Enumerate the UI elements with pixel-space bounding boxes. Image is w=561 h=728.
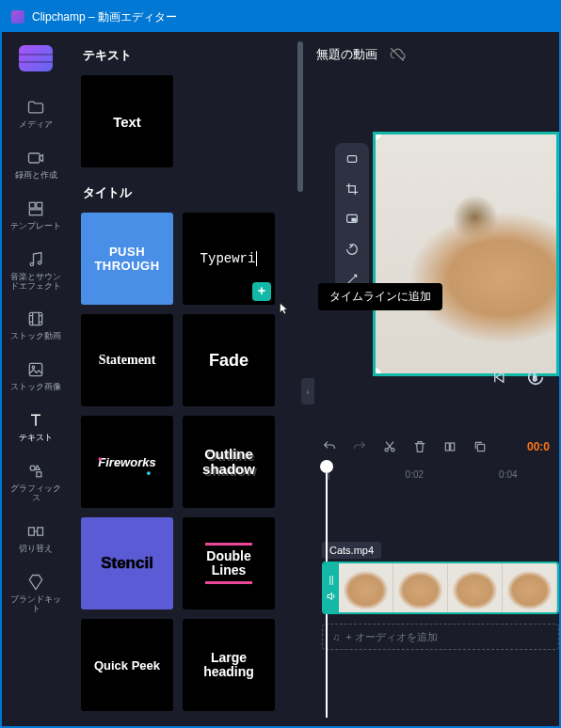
video-clip[interactable]: || <box>322 562 559 614</box>
tile-push-through[interactable]: PUSH THROUGH <box>81 213 173 305</box>
sidebar-item-brand[interactable]: ブランドキット <box>7 567 65 620</box>
svg-rect-12 <box>38 528 43 535</box>
sidebar-item-music[interactable]: 音楽とサウンドエフェクト <box>7 245 65 297</box>
playhead[interactable] <box>320 460 333 473</box>
cloud-off-icon <box>389 46 406 63</box>
tile-typewriter[interactable]: Typewri + <box>183 213 275 305</box>
timecode: 00:0 <box>527 440 550 453</box>
tooltip-add-to-timeline: タイムラインに追加 <box>318 283 442 310</box>
clip-thumbnail <box>448 563 503 612</box>
window-title: Clipchamp – 動画エディター <box>32 9 177 25</box>
tile-plain-text[interactable]: Text <box>81 75 173 167</box>
clip-left-handle[interactable]: || <box>324 563 339 612</box>
rotate-icon[interactable] <box>343 241 361 258</box>
tile-stencil[interactable]: Stencil <box>81 517 173 609</box>
split-icon[interactable] <box>442 439 457 454</box>
svg-rect-2 <box>37 202 42 208</box>
text-icon <box>26 411 45 430</box>
sidebar-item-text[interactable]: テキスト <box>7 405 65 449</box>
volume-icon[interactable] <box>326 591 337 602</box>
sidebar-item-transitions[interactable]: 切り替え <box>7 516 65 560</box>
section-text-heading: テキスト <box>83 47 296 64</box>
svg-rect-15 <box>352 218 356 221</box>
clip-name-label: Cats.mp4 <box>322 542 381 559</box>
section-title-heading: タイトル <box>83 184 296 201</box>
titlebar: Clipchamp – 動画エディター <box>2 2 559 32</box>
playback-controls: 5 <box>491 367 546 388</box>
sidebar-item-templates[interactable]: テンプレート <box>7 194 65 237</box>
app-logo[interactable] <box>19 45 53 71</box>
video-preview[interactable] <box>373 132 559 376</box>
panel-collapse-button[interactable]: ‹ <box>301 378 314 404</box>
undo-icon[interactable] <box>322 439 337 454</box>
svg-rect-6 <box>29 313 41 325</box>
sidebar-item-record[interactable]: 録画と作成 <box>7 143 65 186</box>
timeline-toolbar: 00:0 <box>313 430 559 464</box>
svg-rect-1 <box>29 202 35 208</box>
shapes-icon <box>26 462 45 481</box>
svg-rect-7 <box>29 364 41 376</box>
text-panel: テキスト Text タイトル PUSH THROUGH Typewri + St… <box>70 32 303 726</box>
svg-rect-19 <box>445 443 449 451</box>
clip-thumbnail <box>503 563 557 612</box>
preview-header: 無題の動画 <box>303 32 559 77</box>
tile-large-heading[interactable]: Large heading <box>183 619 275 711</box>
svg-text:5: 5 <box>533 374 537 383</box>
resize-handle-bl[interactable] <box>373 368 381 376</box>
svg-rect-3 <box>29 210 41 215</box>
svg-point-4 <box>30 262 33 265</box>
resize-handle-tl[interactable] <box>373 132 381 140</box>
tile-quick-peek[interactable]: Quick Peek <box>81 619 173 711</box>
sidebar-item-stock-video[interactable]: ストック動画 <box>7 304 65 347</box>
sidebar: メディア 録画と作成 テンプレート 音楽とサウンドエフェクト ストック動画 スト… <box>2 32 70 726</box>
skip-back-icon[interactable] <box>491 369 508 386</box>
transition-icon <box>26 522 45 541</box>
add-to-timeline-button[interactable]: + <box>252 282 271 301</box>
svg-rect-21 <box>477 444 484 451</box>
duplicate-icon[interactable] <box>473 439 488 454</box>
tile-outline-shadow[interactable]: Outline shadow <box>183 416 275 508</box>
svg-point-5 <box>39 261 41 263</box>
app-icon <box>11 10 24 24</box>
timeline-ruler[interactable]: | 0:02 0:04 <box>313 464 559 484</box>
sidebar-item-graphics[interactable]: グラフィックス <box>7 456 65 509</box>
pip-icon[interactable] <box>343 211 361 228</box>
redo-icon[interactable] <box>352 439 367 454</box>
svg-rect-10 <box>37 472 41 477</box>
template-icon <box>26 199 45 218</box>
svg-point-18 <box>392 449 394 451</box>
sidebar-item-media[interactable]: メディア <box>7 92 65 135</box>
sidebar-item-stock-image[interactable]: ストック画像 <box>7 355 65 398</box>
image-icon <box>26 360 45 379</box>
music-icon <box>26 250 45 269</box>
cut-icon[interactable] <box>382 439 397 454</box>
camera-icon <box>26 149 45 167</box>
timeline: 00:0 | 0:02 0:04 Cats.mp4 || ♫ + オーディオを追… <box>313 430 559 726</box>
pause-icon: || <box>329 575 333 585</box>
music-note-icon: ♫ <box>332 631 340 642</box>
tile-statement[interactable]: Statement <box>81 314 173 406</box>
svg-rect-20 <box>451 443 455 451</box>
trash-icon[interactable] <box>412 439 427 454</box>
project-title[interactable]: 無題の動画 <box>316 46 377 63</box>
tile-double-lines[interactable]: Double Lines <box>183 517 275 609</box>
rewind-5-icon[interactable]: 5 <box>525 367 546 388</box>
svg-rect-11 <box>29 528 35 535</box>
svg-point-8 <box>32 367 35 370</box>
preview-toolbar <box>335 143 369 295</box>
svg-rect-0 <box>29 153 40 163</box>
tile-fade[interactable]: Fade <box>183 314 275 406</box>
brand-icon <box>26 573 45 592</box>
add-audio-track[interactable]: ♫ + オーディオを追加 <box>322 624 559 650</box>
svg-rect-13 <box>347 156 356 163</box>
svg-point-17 <box>385 449 388 451</box>
folder-icon <box>26 98 45 117</box>
clip-thumbnail <box>339 563 393 612</box>
film-icon <box>26 309 45 328</box>
crop-icon[interactable] <box>343 181 361 198</box>
fit-icon[interactable] <box>343 150 361 167</box>
tile-fireworks[interactable]: Fireworks <box>81 416 173 508</box>
clip-thumbnail <box>393 563 448 612</box>
